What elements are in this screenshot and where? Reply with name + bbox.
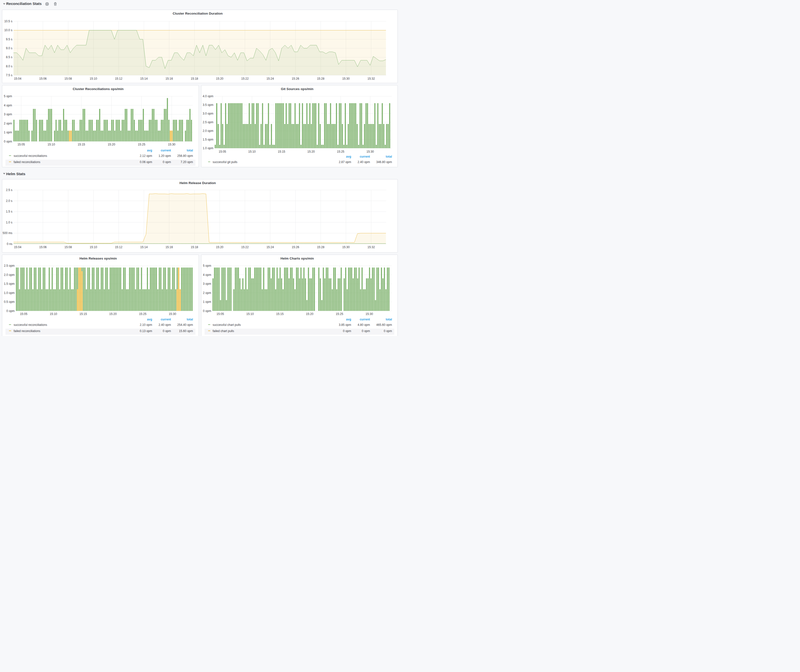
svg-text:15:10: 15:10 — [246, 312, 254, 316]
svg-text:10.0 s: 10.0 s — [4, 29, 12, 32]
svg-text:15:10: 15:10 — [90, 245, 97, 249]
svg-text:9.5 s: 9.5 s — [6, 38, 12, 41]
svg-text:1.0 s: 1.0 s — [6, 221, 12, 224]
svg-text:2.0 opm: 2.0 opm — [203, 129, 213, 133]
svg-text:15:18: 15:18 — [191, 77, 198, 80]
svg-text:15:22: 15:22 — [241, 77, 249, 80]
svg-text:15:28: 15:28 — [317, 77, 324, 80]
svg-text:15:16: 15:16 — [165, 245, 173, 249]
svg-text:15:12: 15:12 — [115, 245, 122, 249]
svg-text:15:25: 15:25 — [336, 312, 343, 316]
svg-text:15:08: 15:08 — [64, 245, 72, 249]
svg-text:15:14: 15:14 — [140, 245, 148, 249]
svg-text:1.0 opm: 1.0 opm — [203, 146, 213, 150]
svg-text:15:28: 15:28 — [317, 245, 324, 249]
svg-text:15:04: 15:04 — [14, 245, 21, 249]
svg-text:15:18: 15:18 — [191, 245, 198, 249]
svg-text:15:16: 15:16 — [165, 77, 173, 80]
svg-text:15:06: 15:06 — [39, 245, 46, 249]
svg-text:15:14: 15:14 — [140, 77, 148, 80]
svg-text:3.5 opm: 3.5 opm — [203, 103, 213, 107]
svg-text:15:15: 15:15 — [278, 150, 285, 154]
svg-text:15:26: 15:26 — [292, 245, 299, 249]
svg-text:1.5 opm: 1.5 opm — [203, 138, 213, 141]
svg-text:1 opm: 1 opm — [203, 300, 211, 304]
svg-text:15:20: 15:20 — [307, 150, 315, 154]
svg-text:5 opm: 5 opm — [203, 264, 211, 267]
svg-text:15:05: 15:05 — [219, 150, 226, 154]
svg-text:0 ns: 0 ns — [7, 242, 12, 246]
svg-text:15:24: 15:24 — [266, 245, 274, 249]
svg-text:15:25: 15:25 — [337, 150, 344, 154]
svg-text:15:20: 15:20 — [216, 77, 223, 80]
svg-text:4 opm: 4 opm — [203, 273, 211, 277]
svg-text:15:30: 15:30 — [342, 245, 350, 249]
svg-text:15:05: 15:05 — [216, 312, 224, 316]
svg-text:15:10: 15:10 — [248, 150, 256, 154]
svg-text:15:24: 15:24 — [266, 77, 274, 80]
svg-text:15:10: 15:10 — [90, 77, 97, 80]
svg-text:15:30: 15:30 — [342, 77, 350, 80]
svg-text:2.5 opm: 2.5 opm — [203, 120, 213, 124]
svg-text:9.0 s: 9.0 s — [6, 46, 12, 50]
svg-text:0 opm: 0 opm — [203, 309, 211, 313]
svg-text:15:12: 15:12 — [115, 77, 122, 80]
svg-text:3 opm: 3 opm — [203, 282, 211, 286]
svg-text:15:30: 15:30 — [366, 150, 374, 154]
svg-text:2 opm: 2 opm — [203, 291, 211, 295]
svg-text:500 ms: 500 ms — [3, 231, 12, 235]
svg-text:3.0 opm: 3.0 opm — [203, 112, 213, 115]
svg-text:15:04: 15:04 — [14, 77, 21, 80]
svg-text:2.0 s: 2.0 s — [6, 199, 12, 203]
svg-text:2.5 s: 2.5 s — [6, 188, 12, 192]
svg-text:15:30: 15:30 — [366, 312, 373, 316]
svg-text:8.0 s: 8.0 s — [6, 65, 12, 68]
svg-text:8.5 s: 8.5 s — [6, 55, 12, 59]
svg-text:4.0 opm: 4.0 opm — [203, 94, 213, 98]
svg-text:7.5 s: 7.5 s — [6, 74, 12, 77]
svg-text:1.5 s: 1.5 s — [6, 210, 12, 213]
svg-text:15:06: 15:06 — [39, 77, 46, 80]
svg-text:15:08: 15:08 — [64, 77, 72, 80]
svg-text:15:32: 15:32 — [367, 77, 375, 80]
svg-text:15:26: 15:26 — [292, 77, 299, 80]
svg-text:15:20: 15:20 — [216, 245, 223, 249]
svg-text:10.5 s: 10.5 s — [4, 19, 12, 23]
svg-text:15:15: 15:15 — [276, 312, 283, 316]
svg-text:15:20: 15:20 — [306, 312, 314, 316]
svg-text:15:32: 15:32 — [367, 245, 375, 249]
svg-text:15:22: 15:22 — [241, 245, 249, 249]
